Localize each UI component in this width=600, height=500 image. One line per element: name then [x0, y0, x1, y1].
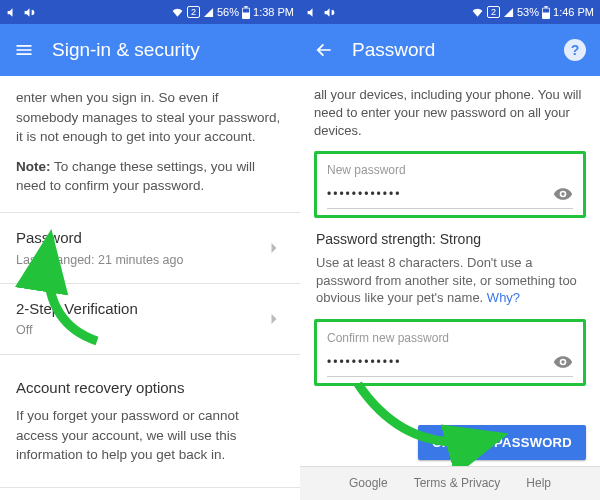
field-label: New password [327, 162, 573, 179]
why-link[interactable]: Why? [487, 290, 520, 305]
content-area: all your devices, including your phone. … [300, 76, 600, 500]
clock-text: 1:46 PM [553, 6, 594, 18]
signal-icon [203, 7, 214, 18]
volume-icon [323, 6, 336, 19]
chevron-right-icon [264, 309, 284, 329]
volume-icon [23, 6, 36, 19]
note-text: Note: To change these settings, you will… [16, 157, 284, 196]
appbar-title: Sign-in & security [52, 39, 286, 61]
battery-icon [242, 6, 250, 19]
confirm-password-field[interactable]: Confirm new password •••••••••••• [314, 319, 586, 387]
intro-text: all your devices, including your phone. … [314, 86, 586, 141]
eye-icon[interactable] [553, 352, 573, 372]
battery-text: 56% [217, 6, 239, 18]
status-bar: 2 56% 1:38 PM [0, 0, 300, 24]
eye-icon[interactable] [553, 184, 573, 204]
svg-rect-2 [243, 8, 249, 12]
wifi-icon [471, 6, 484, 19]
chevron-right-icon [264, 238, 284, 258]
password-value: •••••••••••• [327, 354, 401, 371]
app-bar: Password ? [300, 24, 600, 76]
appbar-title: Password [352, 39, 546, 61]
row-2step-title: 2-Step Verification [16, 298, 264, 320]
app-bar: Sign-in & security [0, 24, 300, 76]
footer-google[interactable]: Google [349, 475, 388, 492]
row-password[interactable]: Password Last changed: 21 minutes ago [0, 213, 300, 284]
row-password-title: Password [16, 227, 264, 249]
change-password-button[interactable]: CHANGE PASSWORD [418, 425, 586, 460]
recovery-heading: Account recovery options [16, 377, 284, 399]
row-password-sub: Last changed: 21 minutes ago [16, 251, 264, 269]
battery-icon [542, 6, 550, 19]
footer: Google Terms & Privacy Help [300, 466, 600, 500]
svg-rect-4 [544, 6, 547, 8]
battery-text: 53% [517, 6, 539, 18]
field-label: Confirm new password [327, 330, 573, 347]
clock-text: 1:38 PM [253, 6, 294, 18]
content-area: enter when you sign in. So even if someb… [0, 76, 300, 500]
recovery-text: If you forget your password or cannot ac… [16, 406, 284, 465]
hamburger-icon[interactable] [14, 40, 34, 60]
strength-line: Password strength: Strong [316, 230, 584, 250]
row-2step-sub: Off [16, 321, 264, 339]
password-value: •••••••••••• [327, 186, 401, 203]
status-bar: 2 53% 1:46 PM [300, 0, 600, 24]
advice-text: Use at least 8 characters. Don't use a p… [316, 254, 584, 307]
intro-text: enter when you sign in. So even if someb… [16, 88, 284, 147]
footer-terms[interactable]: Terms & Privacy [414, 475, 501, 492]
screen-password: 2 53% 1:46 PM Password ? all your device… [300, 0, 600, 500]
sound-icon [306, 6, 319, 19]
sound-icon [6, 6, 19, 19]
back-arrow-icon[interactable] [314, 40, 334, 60]
row-2step[interactable]: 2-Step Verification Off [0, 284, 300, 355]
svg-rect-5 [543, 8, 549, 12]
wifi-icon [171, 6, 184, 19]
screen-signin-security: 2 56% 1:38 PM Sign-in & security enter w… [0, 0, 300, 500]
sim-badge: 2 [487, 6, 500, 18]
footer-help[interactable]: Help [526, 475, 551, 492]
new-password-field[interactable]: New password •••••••••••• [314, 151, 586, 219]
sim-badge: 2 [187, 6, 200, 18]
svg-rect-1 [244, 6, 247, 8]
help-icon[interactable]: ? [564, 39, 586, 61]
row-recovery-email[interactable]: Recovery email [0, 487, 300, 500]
signal-icon [503, 7, 514, 18]
